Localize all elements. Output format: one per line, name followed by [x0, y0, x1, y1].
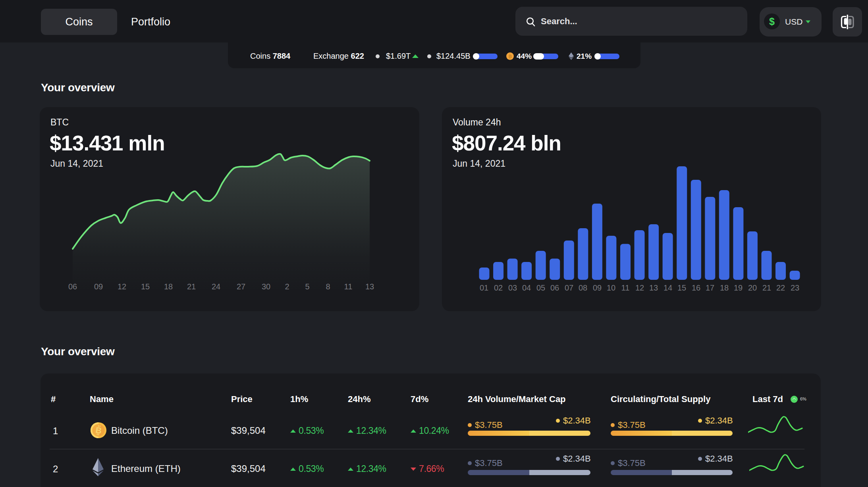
svg-text:B: B: [509, 54, 512, 59]
